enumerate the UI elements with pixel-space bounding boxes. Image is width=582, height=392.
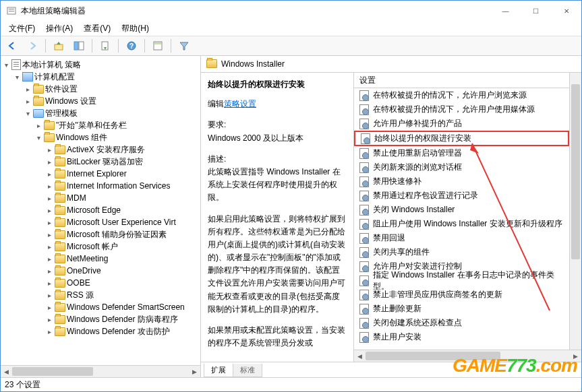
tree-twisty[interactable]: ▸ <box>44 292 55 299</box>
policy-row[interactable]: 允许用户修补提升的产品 <box>354 117 569 131</box>
tree-twisty[interactable]: ▸ <box>44 304 55 311</box>
tree-twisty[interactable]: ▸ <box>22 98 33 105</box>
tree-twisty[interactable]: ▸ <box>44 170 55 178</box>
policy-row[interactable]: 在特权被提升的情况下，允许用户浏览来源 <box>354 88 569 102</box>
tree-root[interactable]: ▾本地计算机 策略 <box>1 59 200 71</box>
list-vscroll[interactable] <box>569 73 581 350</box>
tree-twisty[interactable]: ▸ <box>22 86 33 93</box>
edit-policy-link[interactable]: 策略设置 <box>224 99 256 108</box>
tree-twisty[interactable]: ▸ <box>44 267 55 275</box>
policy-row[interactable]: 指定 Windows Installer 在事务日志中记录的事件类型。 <box>354 273 569 288</box>
policy-row[interactable]: 在特权被提升的情况下，允许用户使用媒体源 <box>354 102 569 117</box>
tab-standard[interactable]: 标准 <box>233 364 262 377</box>
policy-list[interactable]: 在特权被提升的情况下，允许用户浏览来源在特权被提升的情况下，允许用户使用媒体源允… <box>354 88 569 350</box>
policy-row[interactable]: 关闭新来源的浏览对话框 <box>354 160 569 174</box>
close-button[interactable]: ✕ <box>551 1 581 21</box>
tree-start-taskbar[interactable]: ▸"开始"菜单和任务栏 <box>1 119 200 131</box>
tab-extended[interactable]: 扩展 <box>204 364 233 377</box>
tree-computer-config[interactable]: ▾计算机配置 <box>1 71 200 83</box>
folder-icon <box>55 242 65 251</box>
show-hide-tree-button[interactable] <box>70 37 88 55</box>
filter-button[interactable] <box>175 37 193 55</box>
policy-label: 允许用户修补提升的产品 <box>373 118 462 129</box>
tree-item-15[interactable]: ▸Windows Defender 攻击防护 <box>1 325 200 337</box>
tree-twisty[interactable]: ▸ <box>44 195 55 202</box>
requirements-label: 要求: <box>208 119 347 131</box>
tree-twisty[interactable]: ▾ <box>1 61 11 69</box>
policy-row[interactable]: 关闭 Windows Installer <box>354 203 569 217</box>
list-header-settings[interactable]: 设置 <box>354 73 569 88</box>
menu-action[interactable]: 操作(A) <box>40 22 78 36</box>
policy-row[interactable]: 禁止用户安装 <box>354 330 569 344</box>
up-button[interactable] <box>50 37 67 55</box>
tree-twisty[interactable]: ▸ <box>44 316 55 323</box>
tree-item-4[interactable]: ▸MDM <box>1 192 200 204</box>
tree-twisty[interactable]: ▾ <box>33 134 44 141</box>
document-icon <box>11 59 21 70</box>
tree-twisty[interactable]: ▾ <box>22 110 33 117</box>
description-label: 描述: <box>208 153 347 166</box>
tree-twisty[interactable]: ▸ <box>44 280 55 287</box>
policy-row[interactable]: 关闭创建系统还原检查点 <box>354 316 569 330</box>
tree-twisty[interactable]: ▸ <box>44 207 55 214</box>
tree-item-12[interactable]: ▸RSS 源 <box>1 289 200 301</box>
tree-twisty[interactable]: ▸ <box>44 146 55 154</box>
tree-twisty[interactable]: ▸ <box>44 183 55 190</box>
tree-item-13[interactable]: ▸Windows Defender SmartScreen <box>1 301 200 313</box>
back-button[interactable] <box>3 37 21 55</box>
policy-label: 在特权被提升的情况下，允许用户使用媒体源 <box>373 104 535 115</box>
tree-item-7[interactable]: ▸Microsoft 辅助身份验证因素 <box>1 228 200 240</box>
tree-windows-settings[interactable]: ▸Windows 设置 <box>1 95 200 107</box>
tree-item-10[interactable]: ▸OneDrive <box>1 265 200 277</box>
export-button[interactable] <box>96 37 114 55</box>
policy-row[interactable]: 禁用通过程序包设置进行记录 <box>354 189 569 203</box>
tree-twisty[interactable]: ▸ <box>33 122 44 129</box>
policy-tree[interactable]: ▾本地计算机 策略▾计算机配置▸软件设置▸Windows 设置▾管理模板▸"开始… <box>1 56 200 365</box>
menu-file[interactable]: 文件(F) <box>3 22 40 36</box>
tree-item-5[interactable]: ▸Microsoft Edge <box>1 204 200 216</box>
tree-twisty[interactable]: ▸ <box>44 255 55 263</box>
tree-item-11[interactable]: ▸OOBE <box>1 277 200 289</box>
policy-row[interactable]: 关闭共享的组件 <box>354 245 569 259</box>
svg-rect-3 <box>55 44 63 50</box>
tree-item-3[interactable]: ▸Internet Information Services <box>1 180 200 192</box>
tree-twisty[interactable]: ▸ <box>44 158 55 166</box>
tree-item-0[interactable]: ▸ActiveX 安装程序服务 <box>1 143 200 156</box>
titlebar: 本地组策略编辑器 — ☐ ✕ <box>1 1 581 21</box>
tree-twisty[interactable]: ▾ <box>11 73 22 81</box>
tree-item-2[interactable]: ▸Internet Explorer <box>1 168 200 180</box>
folder-icon <box>55 230 65 239</box>
tree-hscroll[interactable]: ◀▶ <box>1 365 200 377</box>
list-hscroll[interactable]: ◀▶ <box>354 350 581 362</box>
description-text-2: 如果启用此策略设置，则将特权扩展到所有程序。这些特权通常是为已分配给用户(桌面上… <box>208 213 347 317</box>
tree-item-9[interactable]: ▸NetMeeting <box>1 253 200 265</box>
policy-row[interactable]: 始终以提升的权限进行安装 <box>354 131 569 146</box>
tree-windows-components[interactable]: ▾Windows 组件 <box>1 131 200 143</box>
tree-twisty[interactable]: ▸ <box>44 328 55 335</box>
tree-item-14[interactable]: ▸Windows Defender 防病毒程序 <box>1 313 200 325</box>
properties-button[interactable] <box>149 37 167 55</box>
policy-row[interactable]: 禁用回退 <box>354 231 569 245</box>
menu-help[interactable]: 帮助(H) <box>116 22 154 36</box>
svg-rect-10 <box>154 42 161 44</box>
policy-row[interactable]: 禁止删除更新 <box>354 302 569 316</box>
forward-button[interactable] <box>24 37 41 55</box>
policy-title: 始终以提升的权限进行安装 <box>208 78 347 91</box>
tree-twisty[interactable]: ▸ <box>44 231 55 238</box>
policy-row[interactable]: 禁止使用重新启动管理器 <box>354 146 569 160</box>
minimize-button[interactable]: — <box>490 1 521 21</box>
tree-software-settings[interactable]: ▸软件设置 <box>1 83 200 95</box>
menu-view[interactable]: 查看(V) <box>78 22 116 36</box>
folder-icon <box>55 194 65 203</box>
tree-item-1[interactable]: ▸BitLocker 驱动器加密 <box>1 156 200 168</box>
help-button[interactable]: ? <box>123 37 140 55</box>
tree-twisty[interactable]: ▸ <box>44 243 55 251</box>
tree-twisty[interactable]: ▸ <box>44 219 55 226</box>
policy-row[interactable]: 禁用快速修补 <box>354 174 569 189</box>
tree-item-8[interactable]: ▸Microsoft 帐户 <box>1 240 200 253</box>
policy-row[interactable]: 阻止用户使用 Windows Installer 安装更新和升级程序 <box>354 217 569 231</box>
maximize-button[interactable]: ☐ <box>521 1 551 21</box>
tree-admin-templates[interactable]: ▾管理模板 <box>1 107 200 119</box>
tree-item-6[interactable]: ▸Microsoft User Experience Virt <box>1 216 200 228</box>
policy-label: 禁止使用重新启动管理器 <box>373 148 462 159</box>
